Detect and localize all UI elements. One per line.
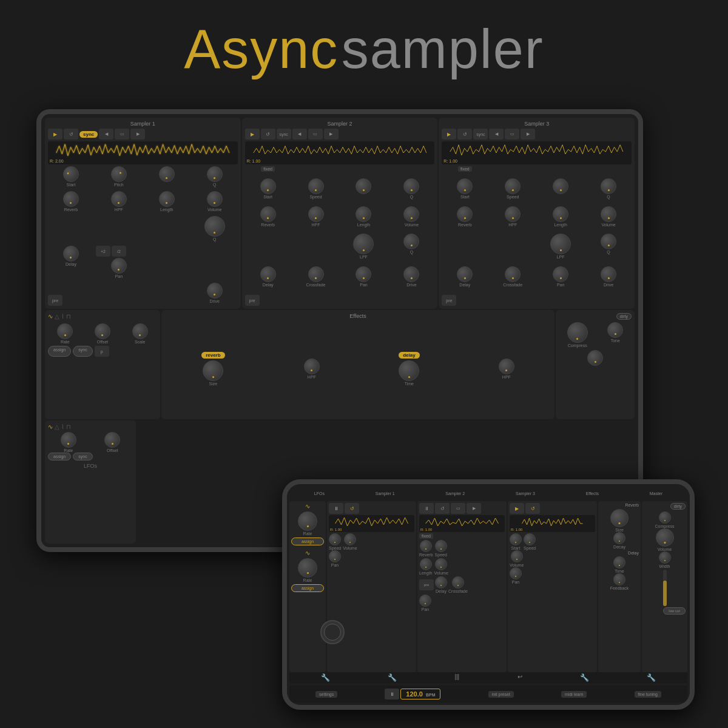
midi-btn[interactable]: midi learn: [561, 691, 587, 698]
prev-btn-1[interactable]: ◀: [99, 129, 113, 140]
iphone-screen: LFOs Sampler 1 Sampler 2 Sampler 3 Effec…: [287, 484, 690, 705]
toolbar-wrench-4[interactable]: 🔧: [647, 673, 656, 682]
sampler-3-controls: ▶ ↺ sync ◀ ▭ ▶: [442, 129, 632, 140]
knob-q-1: Q: [192, 166, 238, 189]
knob-compress: Compress: [567, 322, 588, 348]
play-btn-1[interactable]: ▶: [48, 129, 62, 140]
reverb-btn[interactable]: reverb: [201, 352, 224, 359]
extra-btn-lfo1[interactable]: p: [95, 346, 109, 357]
iphone-length-2: Length: [419, 558, 432, 575]
delay-btn[interactable]: delay: [399, 352, 419, 359]
iphone-loop-2[interactable]: ↺: [435, 503, 450, 514]
btn-div2-1[interactable]: /2: [112, 246, 126, 257]
toolbar-loop[interactable]: ↩: [517, 673, 522, 682]
dirty-btn[interactable]: dirty: [616, 313, 632, 320]
iphone-assign-1[interactable]: assign: [291, 538, 324, 545]
btn-pre-2[interactable]: pre: [245, 295, 260, 306]
assign-btn-lfo1[interactable]: assign: [48, 346, 71, 357]
sync-btn-3[interactable]: sync: [473, 129, 488, 140]
iphone-pause-2[interactable]: ⏸: [419, 503, 434, 514]
iphone-waveform-2: R: 1.00: [419, 515, 505, 532]
knob-pitch-1: Pitch: [96, 166, 142, 189]
next-btn-3[interactable]: ▶: [521, 129, 535, 140]
iphone-pan-1: Pan: [329, 550, 341, 567]
sync-btn-lfo2[interactable]: sync: [73, 453, 92, 460]
sync-btn-lfo1[interactable]: sync: [73, 346, 92, 357]
next-btn-2[interactable]: ▶: [324, 129, 339, 140]
iphone-pause-1[interactable]: ⏸: [329, 503, 343, 514]
sampler-1-controls: ▶ ↺ sync ◀ ▭ ▶: [48, 129, 238, 140]
toolbar-wrench-2[interactable]: 🔧: [388, 673, 397, 682]
sine-shape[interactable]: ∿: [48, 313, 53, 320]
knobs-grid-3: fixed Start Speed: [442, 166, 632, 292]
sync-btn-2[interactable]: sync: [277, 129, 291, 140]
knob-hpf-1: HPF: [96, 191, 142, 214]
prev-btn-2[interactable]: ◀: [292, 129, 307, 140]
saw-shape-2[interactable]: ⌇: [61, 423, 64, 430]
play-btn-3[interactable]: ▶: [442, 129, 456, 140]
sampler-1: Sampler 1 ▶ ↺ sync ◀ ▭: [45, 118, 241, 309]
knob-crossfade-2: Crossfade: [293, 266, 339, 292]
iphone-size-knob: Size: [600, 509, 639, 532]
iphone-folder-2[interactable]: ▭: [451, 503, 465, 514]
sampler-3-label: Sampler 3: [442, 121, 632, 127]
assign-btn-lfo2[interactable]: assign: [48, 453, 71, 460]
btn-pre-3[interactable]: pre: [442, 295, 456, 306]
iphone-time-knob: Time: [600, 556, 639, 573]
play-btn-2[interactable]: ▶: [245, 129, 260, 140]
tri-shape-2[interactable]: △: [55, 423, 59, 430]
sampler-2-controls: ▶ ↺ sync ◀ ▭ ▶: [245, 129, 435, 140]
next-btn-1[interactable]: ▶: [130, 129, 145, 140]
iphone-assign-2[interactable]: assign: [291, 584, 324, 592]
waveform-2: R: 1.00: [245, 141, 435, 164]
iphone-play-3[interactable]: ▶: [510, 503, 524, 514]
knob-speed-3: Speed: [490, 178, 536, 204]
lfo2-rate-knob: Rate: [61, 432, 76, 453]
samplers-row: Sampler 1 ▶ ↺ sync ◀ ▭: [45, 118, 635, 309]
knob-q3-2: Q: [388, 234, 434, 264]
knob-empty-3: [538, 178, 584, 204]
iphone-loop-3[interactable]: ↺: [525, 503, 540, 514]
square-shape[interactable]: ⊓: [66, 313, 71, 320]
iphone-mockup: LFOs Sampler 1 Sampler 2 Sampler 3 Effec…: [282, 479, 695, 710]
sync-btn-1[interactable]: sync: [79, 131, 98, 138]
settings-btn[interactable]: settings: [315, 691, 337, 698]
iphone-reverb-label: Reverb: [600, 503, 639, 507]
iphone-home-button[interactable]: [320, 620, 345, 644]
preset-btn[interactable]: init preset: [488, 691, 514, 698]
loop-btn-3[interactable]: ↺: [457, 129, 472, 140]
iphone-waveform-3: R: 1.00: [510, 515, 595, 532]
triangle-shape[interactable]: △: [55, 313, 59, 320]
folder-btn-1[interactable]: ▭: [115, 129, 129, 140]
bottom-pause-btn[interactable]: ⏸: [385, 689, 399, 699]
prev-btn-3[interactable]: ◀: [489, 129, 504, 140]
toolbar-wrench-3[interactable]: 🔧: [580, 673, 589, 682]
sine-shape-2[interactable]: ∿: [48, 423, 53, 430]
knobs-grid-2: fixed Start Speed: [245, 166, 435, 292]
iphone-dirty-btn[interactable]: dirty: [670, 503, 686, 510]
iphone-crossfade-2: Crossfade: [448, 576, 468, 593]
iphone-pre-2[interactable]: pre: [419, 579, 434, 590]
iphone-next-2[interactable]: ▶: [467, 503, 481, 514]
iphone-width-knob: Width: [644, 551, 686, 568]
iphone-lowcut-btn[interactable]: low cut: [663, 607, 686, 615]
iphone-feedback-knob: Feedback: [600, 573, 639, 590]
sqr-shape-2[interactable]: ⊓: [66, 423, 71, 430]
iphone-decay-knob: Decay: [600, 532, 639, 549]
btn-x2-1[interactable]: +2: [96, 246, 110, 257]
loop-btn-2[interactable]: ↺: [261, 129, 275, 140]
toolbar-wrench-1[interactable]: 🔧: [321, 673, 330, 682]
knob-q-3: Q: [585, 178, 632, 204]
sampler-2: Sampler 2 ▶ ↺ sync ◀ ▭ ▶: [242, 118, 438, 309]
folder-btn-3[interactable]: ▭: [505, 129, 519, 140]
folder-btn-2[interactable]: ▭: [308, 129, 323, 140]
bpm-display[interactable]: 120.0 BPM: [400, 689, 440, 699]
iphone-home-inner: [324, 624, 341, 641]
tuning-btn[interactable]: fine tuning: [635, 691, 661, 698]
volume-bar[interactable]: [663, 570, 667, 606]
iphone-loop-1[interactable]: ↺: [345, 503, 359, 514]
btn-pre-1[interactable]: pre: [48, 295, 62, 306]
loop-btn-1[interactable]: ↺: [64, 129, 78, 140]
sawtooth-shape[interactable]: ⌇: [61, 313, 64, 320]
toolbar-bars[interactable]: |||: [454, 673, 459, 682]
